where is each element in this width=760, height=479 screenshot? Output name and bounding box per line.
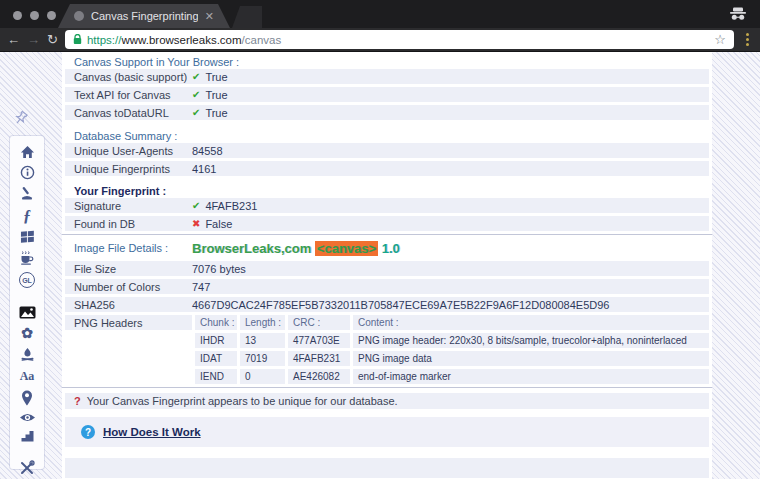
table-row: Signature ✔4FAFB231 [65,198,709,213]
table-row: SHA256 4667D9CAC24F785EF5B7332011B705847… [65,297,709,312]
row-label: Canvas (basic support) [65,71,192,83]
row-value: True [205,89,227,101]
canvas-text-brand: BrowserLeaks,com [192,241,311,256]
section-header-image-details: Image File Details : [65,242,192,254]
coffee-cup-icon [19,250,35,266]
png-headers-table: Chunk : Length : CRC : Content : IHDR 13… [195,315,709,387]
how-it-works-link[interactable]: How Does It Work [103,426,201,438]
sidebar-item-fire[interactable] [18,347,36,363]
row-label: Canvas toDataURL [65,107,192,119]
sidebar-item-fonts[interactable]: Aa [18,369,36,384]
stairs-icon [20,429,35,442]
png-table-row: IHDR 13 477A703E PNG image header: 220x3… [195,333,709,348]
location-pin-icon [21,390,33,406]
section-header-canvas-support: Canvas Support in Your Browser : [74,56,712,69]
table-row: Text API for Canvas ✔True [65,87,709,102]
row-label: Unique Fingerprints [65,163,192,175]
browser-toolbar: ← → ↻ https://www.browserleaks.com/canva… [0,28,760,52]
row-value: 4161 [192,163,216,175]
table-row: Number of Colors 747 [65,279,709,294]
canvas-text-version: 1.0 [382,241,400,256]
png-table-header: Chunk : Length : CRC : Content : [195,315,709,330]
sidebar-item-canvas-active[interactable] [18,306,36,319]
sidebar-item-features[interactable] [18,429,36,442]
help-icon: ? [81,425,95,439]
row-label: Signature [65,200,192,212]
row-label: SHA256 [65,299,192,311]
tab-title: Canvas Fingerprinting — Brow [91,10,198,22]
flower-icon: ✿ [21,325,33,341]
png-table-row: IEND 0 AE426082 end-of-image marker [195,369,709,384]
row-value: 4FAFB231 [205,200,257,212]
table-row: File Size 7076 bytes [65,261,709,276]
section-header-database-summary: Database Summary : [74,130,712,143]
row-label: Found in DB [65,218,192,230]
pushpin-icon[interactable] [13,110,30,132]
sidebar-item-java[interactable] [18,250,36,266]
sidebar-item-silverlight[interactable] [18,230,36,244]
back-button[interactable]: ← [7,33,20,46]
lock-icon [73,34,82,45]
row-label: Unique User-Agents [65,145,192,157]
sidebar: ƒ GL ✿ [10,136,44,469]
eye-icon [19,412,36,423]
row-value: False [205,218,232,230]
url-domain: www.browserleaks.com [121,34,241,46]
sidebar-item-tools[interactable] [18,460,36,476]
webgl-icon: GL [19,272,35,288]
maximize-window-button[interactable] [47,11,56,20]
cross-icon: ✖ [192,218,200,229]
tab-favicon [74,11,84,21]
note-text: Your Canvas Fingerprint appears to be un… [87,395,398,407]
row-value: True [205,71,227,83]
check-icon: ✔ [192,89,200,100]
windows-grid-icon [20,230,35,244]
sidebar-item-geolocation[interactable] [18,390,36,406]
partial-bottom-row [65,458,709,478]
flash-icon: ƒ [23,207,31,225]
tab-close-icon[interactable]: ✕ [205,10,214,23]
table-row: Canvas (basic support) ✔True [65,69,709,84]
row-label: Number of Colors [65,281,192,293]
sidebar-item-flower[interactable]: ✿ [18,325,36,341]
home-icon [20,145,35,159]
campfire-icon [20,347,35,363]
row-label: Text API for Canvas [65,89,192,101]
check-icon: ✔ [192,71,200,82]
check-icon: ✔ [192,107,200,118]
browser-tab[interactable]: Canvas Fingerprinting — Brow ✕ [58,4,230,28]
sidebar-item-home[interactable] [18,145,36,159]
sidebar-item-webgl[interactable]: GL [18,272,36,288]
info-icon [20,165,35,180]
minimize-window-button[interactable] [30,11,39,20]
how-it-works-box: ? How Does It Work [65,417,709,447]
question-mark-icon: ? [74,395,81,407]
url-text: https://www.browserleaks.com/canvas [87,34,281,46]
sidebar-item-tracking[interactable] [18,412,36,423]
reload-button[interactable]: ↻ [47,33,58,46]
forward-button[interactable]: → [27,33,40,46]
sidebar-item-info[interactable] [18,165,36,180]
table-row: Unique Fingerprints 4161 [65,161,709,176]
row-value: True [205,107,227,119]
address-bar[interactable]: https://www.browserleaks.com/canvas ☆ [65,30,734,49]
browser-menu-icon[interactable] [741,33,753,46]
page-background: ƒ GL ✿ [0,52,760,479]
close-window-button[interactable] [13,11,22,20]
main-content: Canvas Support in Your Browser : Canvas … [62,52,712,479]
window-controls[interactable] [13,11,56,20]
sidebar-item-ip[interactable] [18,186,36,201]
sidebar-item-flash[interactable]: ƒ [18,207,36,224]
hand-writing-icon [19,186,35,201]
section-header-your-fingerprint: Your Fingerprint : [74,185,712,198]
incognito-icon [728,7,748,25]
png-table-row: IDAT 7019 4FAFB231 PNG image data [195,351,709,366]
row-value: 84558 [192,145,223,157]
unique-note: ? Your Canvas Fingerprint appears to be … [65,393,709,409]
bookmark-star-icon[interactable]: ☆ [714,33,726,46]
table-row: Canvas toDataURL ✔True [65,105,709,120]
image-file-details-row: Image File Details : BrowserLeaks,com <c… [65,238,709,258]
canvas-image-icon [19,306,36,319]
row-label: PNG Headers [65,315,192,330]
new-tab-button[interactable] [232,6,262,28]
